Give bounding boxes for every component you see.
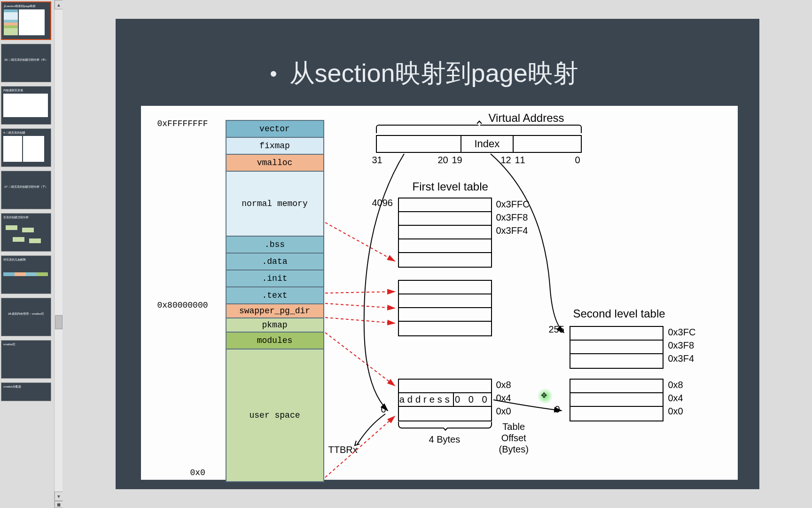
slide-thumb-6[interactable]: 页表的创建过程分析 (1, 213, 51, 252)
va-title: Virtual Address (489, 111, 564, 125)
svg-line-0 (325, 222, 395, 261)
diagram-canvas: 0xFFFFFFFF 0x80000000 0x0 vector fixmap … (141, 106, 738, 480)
thumbs-scrollbar[interactable]: ▲ ▼ ◼ (54, 0, 62, 508)
ttbrx-label: TTBRx (328, 444, 358, 455)
seg-fixmap: fixmap (226, 138, 323, 155)
addr-top: 0xFFFFFFFF (157, 119, 208, 128)
flt-mid-block (398, 280, 492, 336)
slt-title: Second level table (573, 307, 665, 320)
slt-off-3f8: 0x3F8 (668, 340, 695, 351)
addr-mid: 0x80000000 (157, 301, 208, 310)
flt-zeros: 0 0 0 (454, 393, 491, 406)
slt-off-3fc: 0x3FC (668, 327, 696, 338)
slt-bot-block (570, 379, 664, 421)
va-fields: Index (376, 135, 582, 153)
svg-line-4 (325, 333, 395, 386)
thumb-title: 27 二级页表的创建过程分析（下） (3, 185, 49, 189)
thumb-title: 页表的创建过程分析 (3, 215, 49, 220)
flt-table-offset: Table Offset (Bytes) (499, 421, 529, 455)
memory-stack: vector fixmap vmalloc normal memory .bss… (226, 120, 324, 482)
flt-title: First level table (413, 180, 488, 193)
bit-0: 0 (575, 155, 580, 166)
slide-thumb-2[interactable]: 26 二级页表的创建过程分析（中） (1, 44, 51, 82)
addr-bot: 0x0 (190, 468, 205, 477)
slt-zero-idx: 0 (555, 404, 560, 415)
slt-top-block (570, 326, 664, 369)
flt-bot-block: address0 0 0 (398, 379, 492, 421)
seg-vector: vector (226, 121, 323, 138)
seg-modules: modules (226, 333, 323, 349)
svg-line-2 (325, 303, 395, 308)
seg-bss: .bss (226, 237, 323, 254)
slide-thumb-4[interactable]: 4.二级页表的创建 (1, 128, 51, 167)
thumb-title: 28 虚拟内存管理：vmalloc区 (3, 312, 49, 316)
slide-thumb-5[interactable]: 27 二级页表的创建过程分析（下） (1, 171, 51, 209)
flt-off-8: 0x8 (496, 380, 511, 390)
bit-31: 31 (372, 155, 383, 166)
slide-thumb-9[interactable]: vmalloc区 (1, 340, 51, 379)
flt-zero-idx: 0 (381, 404, 386, 415)
thumbnails-panel: 从section映射到page映射 26 二级页表的创建过程分析（中） 内核进程… (0, 0, 62, 508)
flt-off-3ff4: 0x3FF4 (496, 225, 528, 236)
slt-off-4: 0x4 (668, 393, 683, 404)
scroll-end-icon[interactable]: ◼ (55, 501, 62, 508)
thumb-title: vmalloc区 (3, 342, 49, 347)
va-brace (376, 125, 582, 133)
flt-count: 4096 (372, 198, 393, 208)
seg-pkmap: pkmap (226, 318, 323, 333)
slide-thumb-10[interactable]: vmalloc分配器 (1, 382, 51, 401)
move-cursor-icon: ✥ (541, 391, 547, 400)
seg-normal: normal memory (226, 172, 323, 237)
slide-thumb-3[interactable]: 内核进程页表项 (1, 86, 51, 125)
va-field-hi (377, 136, 461, 152)
svg-line-1 (325, 292, 395, 293)
app-window: 从section映射到page映射 26 二级页表的创建过程分析（中） 内核进程… (0, 0, 812, 508)
flt-off-3ffc: 0x3FFC (496, 199, 530, 210)
slide-thumb-8[interactable]: 28 虚拟内存管理：vmalloc区 (1, 298, 51, 336)
bit-12: 12 (501, 155, 511, 166)
seg-data: .data (226, 254, 323, 270)
thumb-title: 26 二级页表的创建过程分析（中） (3, 58, 49, 62)
thumb-title: 对页表的几点解释 (3, 258, 49, 262)
slide: 从section映射到page映射 0xFFFFFFFF 0x80000000 … (116, 19, 759, 489)
flt-addr-label: address (399, 393, 454, 406)
flt-off-3ff8: 0x3FF8 (496, 212, 528, 223)
scroll-down-icon[interactable]: ▼ (55, 492, 62, 501)
slt-off-3f4: 0x3F4 (668, 353, 695, 364)
slide-title: 从section映射到page映射 (289, 56, 578, 91)
va-field-index: Index (461, 136, 514, 152)
bit-11: 11 (515, 155, 525, 166)
bit-20: 20 (438, 155, 448, 166)
svg-line-3 (325, 318, 395, 323)
slt-off-8: 0x8 (668, 380, 683, 390)
seg-swapper: swapper_pg_dir (226, 304, 323, 318)
bit-19: 19 (452, 155, 462, 166)
flt-off-0: 0x0 (496, 406, 511, 417)
flt-top-block (398, 198, 492, 268)
main-view: 从section映射到page映射 0xFFFFFFFF 0x80000000 … (62, 0, 812, 508)
seg-user: user space (226, 349, 323, 481)
va-field-lo (514, 136, 581, 152)
scroll-up-icon[interactable]: ▲ (55, 0, 62, 9)
thumb-title: 内核进程页表项 (3, 88, 49, 93)
thumb-title: vmalloc分配器 (3, 385, 49, 389)
slide-thumb-1[interactable]: 从section映射到page映射 (1, 1, 51, 40)
seg-vmalloc: vmalloc (226, 155, 323, 172)
thumb-title: 4.二级页表的创建 (3, 131, 49, 135)
slt-off-0: 0x0 (668, 406, 683, 417)
thumb-title: 从section映射到page映射 (4, 4, 48, 8)
slide-thumb-7[interactable]: 对页表的几点解释 (1, 255, 51, 294)
bullet-icon (271, 71, 276, 77)
slide-title-row: 从section映射到page映射 (271, 56, 578, 91)
flt-width: 4 Bytes (429, 434, 461, 445)
seg-text: .text (226, 287, 323, 304)
slt-count: 255 (549, 324, 564, 335)
flt-off-4: 0x4 (496, 393, 511, 404)
scroll-thumb[interactable] (55, 315, 62, 329)
seg-init: .init (226, 270, 323, 287)
